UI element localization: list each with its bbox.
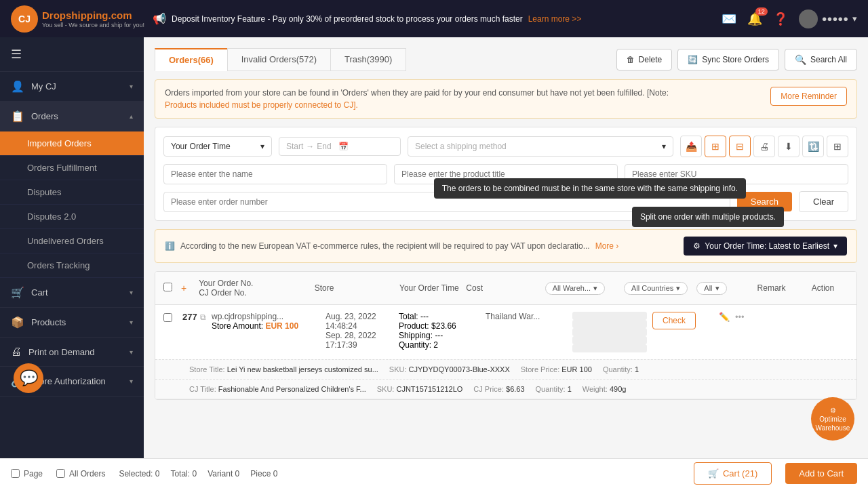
learn-more-link[interactable]: Learn more >> bbox=[528, 14, 582, 24]
mail-icon[interactable]: ✉️ bbox=[722, 12, 736, 26]
piece-count: 0 bbox=[273, 469, 278, 479]
speaker-icon: 📢 bbox=[153, 12, 166, 25]
sidebar-subitem-undelivered-orders[interactable]: Undelivered Orders bbox=[0, 229, 144, 253]
delete-button[interactable]: 🗑 Delete bbox=[616, 49, 673, 70]
tab-invalid-orders[interactable]: Invalid Orders(572) bbox=[227, 48, 330, 71]
product-quantity: 1 bbox=[635, 365, 639, 373]
countries-chevron-icon: ▾ bbox=[676, 284, 680, 293]
countries-filter-pill[interactable]: All Countries ▾ bbox=[624, 282, 688, 295]
col-order-no: Your Order No. bbox=[199, 279, 309, 288]
logo-area: CJ Dropshipping.com You sell - We source… bbox=[11, 5, 144, 33]
combine-tooltip: The orders to be combined must be in the… bbox=[434, 178, 746, 199]
print-icon-btn[interactable]: 🖨 bbox=[753, 136, 775, 157]
product-sku: CJYDYDQY00073-Blue-XXXX bbox=[409, 365, 510, 373]
sync-store-orders-button[interactable]: 🔄 Sync Store Orders bbox=[677, 49, 779, 70]
sidebar-item-products[interactable]: 📦 Products ▾ bbox=[0, 308, 144, 338]
header-checkbox[interactable] bbox=[163, 283, 176, 293]
row-checkbox[interactable] bbox=[163, 312, 177, 324]
more-reminder-button[interactable]: More Reminder bbox=[770, 87, 847, 106]
chat-icon: 💬 bbox=[20, 369, 38, 387]
edit-icon[interactable]: ✏️ bbox=[719, 312, 730, 322]
sidebar-item-cart[interactable]: 🛒 Cart ▾ bbox=[0, 278, 144, 308]
cj-sku: CJNT157151212LO bbox=[396, 385, 462, 393]
sidebar-subitem-disputes-2[interactable]: Disputes 2.0 bbox=[0, 205, 144, 229]
announcement-bar: 📢 Deposit Inventory Feature - Pay only 3… bbox=[153, 12, 713, 25]
sidebar-item-orders[interactable]: 📋 Orders ▴ bbox=[0, 102, 144, 131]
split-tooltip: Split one order with multiple products. bbox=[632, 207, 784, 227]
table-header: + Your Order No. CJ Order No. Store Your… bbox=[155, 272, 856, 305]
notification-icon[interactable]: 🔔 12 bbox=[747, 12, 762, 26]
user-area[interactable]: ●●●●● ▾ bbox=[799, 9, 857, 28]
announcement-text: Deposit Inventory Feature - Pay only 30%… bbox=[172, 14, 523, 24]
table-icon-btn[interactable]: ⊞ bbox=[827, 136, 848, 157]
all-orders-checkbox[interactable] bbox=[56, 469, 65, 478]
footer-all-orders: All Orders bbox=[56, 469, 105, 479]
export-icon-btn[interactable]: 📤 bbox=[680, 136, 702, 157]
status-chevron-icon: ▾ bbox=[715, 284, 719, 293]
main-layout: ☰ 👤 My CJ ▾ 📋 Orders ▴ Imported Orders O… bbox=[0, 37, 868, 488]
avatar bbox=[799, 9, 818, 28]
page-checkbox[interactable] bbox=[11, 469, 20, 478]
hamburger-icon[interactable]: ☰ bbox=[0, 37, 144, 72]
shipping-method-select[interactable]: Select a shipping method ▾ bbox=[408, 136, 673, 157]
my-cj-chevron-icon: ▾ bbox=[130, 83, 133, 90]
more-icon[interactable]: ••• bbox=[735, 312, 745, 322]
sidebar-label-products: Products bbox=[31, 317, 66, 327]
sidebar-label-my-cj: My CJ bbox=[31, 81, 56, 92]
sort-button[interactable]: ⚙ Your Order Time: Latest to Earliest ▾ bbox=[684, 237, 847, 256]
warehouse-filter-pill[interactable]: All Wareh... ▾ bbox=[545, 282, 605, 295]
cost-info: Total: --- Product: $23.66 Shipping: ---… bbox=[399, 312, 480, 350]
print-icon: 🖨 bbox=[11, 346, 22, 358]
info-banner-text: Orders imported from your store can be f… bbox=[165, 87, 669, 111]
name-input[interactable] bbox=[163, 164, 387, 184]
products-icon: 📦 bbox=[11, 316, 24, 329]
status-filter-pill[interactable]: All ▾ bbox=[696, 282, 726, 295]
cart-button[interactable]: 🛒 Cart (21) bbox=[694, 462, 772, 485]
sort-icon: ⚙ bbox=[693, 241, 701, 251]
add-icon[interactable]: + bbox=[181, 283, 193, 293]
check-status: Check bbox=[652, 312, 713, 329]
sidebar-item-my-cj[interactable]: 👤 My CJ ▾ bbox=[0, 72, 144, 102]
selected-count: 0 bbox=[155, 469, 160, 479]
download-icon-btn[interactable]: ⬇ bbox=[778, 136, 800, 157]
footer-stats: Selected: 0 Total: 0 Variant 0 Piece 0 bbox=[119, 469, 680, 479]
tab-orders[interactable]: Orders(66) bbox=[155, 48, 227, 71]
content-area: Orders(66) Invalid Orders(572) Trash(399… bbox=[144, 37, 868, 488]
add-to-cart-button[interactable]: Add to Cart bbox=[785, 463, 857, 484]
tab-actions: 🗑 Delete 🔄 Sync Store Orders 🔍 Search Al… bbox=[616, 49, 857, 70]
store-price: EUR 100 bbox=[561, 365, 592, 373]
sidebar-item-print-on-demand[interactable]: 🖨 Print on Demand ▾ bbox=[0, 338, 144, 367]
help-icon[interactable]: ❓ bbox=[773, 12, 788, 26]
col-order-time: Your Order Time bbox=[399, 283, 460, 293]
order-time-select[interactable]: Your Order Time ▾ bbox=[163, 136, 272, 157]
sidebar-label-print: Print on Demand bbox=[28, 347, 95, 357]
store-auth-chevron-icon: ▾ bbox=[130, 378, 133, 385]
variant-count: 0 bbox=[235, 469, 240, 479]
tabs: Orders(66) Invalid Orders(572) Trash(399… bbox=[155, 48, 406, 71]
vat-banner: ℹ️ According to the new European VAT e-c… bbox=[155, 229, 857, 263]
sidebar-subitem-orders-fulfillment[interactable]: Orders Fulfillment bbox=[0, 156, 144, 180]
date-range-picker[interactable]: Start → End 📅 bbox=[279, 137, 401, 156]
product-weight: 490g bbox=[610, 385, 626, 393]
store-amount: Store Amount: EUR 100 bbox=[212, 321, 320, 331]
notification-badge: 12 bbox=[755, 7, 768, 16]
check-button[interactable]: Check bbox=[652, 312, 696, 329]
sidebar-subitem-orders-tracking[interactable]: Orders Tracking bbox=[0, 253, 144, 278]
top-icons: ✉️ 🔔 12 ❓ ●●●●● ▾ bbox=[722, 9, 857, 28]
tab-trash[interactable]: Trash(3990) bbox=[330, 48, 406, 71]
split-icon-btn[interactable]: ⊟ bbox=[729, 136, 751, 157]
sidebar-subitem-disputes[interactable]: Disputes bbox=[0, 180, 144, 205]
chat-bubble-button[interactable]: 💬 bbox=[14, 363, 43, 393]
print-chevron-icon: ▾ bbox=[130, 348, 133, 356]
refresh-icon-btn[interactable]: 🔃 bbox=[802, 136, 824, 157]
combine-icon-btn[interactable]: ⊞ bbox=[705, 136, 726, 157]
vat-more-link[interactable]: More › bbox=[595, 241, 619, 251]
clear-button[interactable]: Clear bbox=[799, 191, 848, 212]
logo-icon: CJ bbox=[11, 5, 38, 33]
search-all-button[interactable]: 🔍 Search All bbox=[785, 49, 857, 70]
optimize-warehouse-button[interactable]: ⚙ Optimize Warehouse bbox=[811, 397, 854, 441]
user-chevron-icon: ▾ bbox=[852, 14, 857, 24]
my-cj-icon: 👤 bbox=[11, 80, 24, 93]
copy-icon[interactable]: ⧉ bbox=[200, 312, 206, 322]
sidebar-subitem-imported-orders[interactable]: Imported Orders bbox=[0, 131, 144, 156]
